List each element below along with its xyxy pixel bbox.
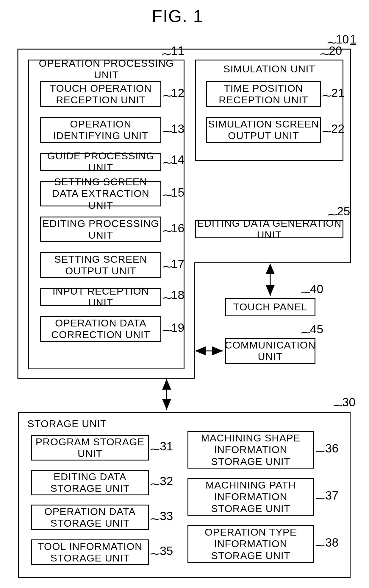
ref-16: 16: [171, 222, 185, 235]
ref-19: 19: [171, 321, 185, 335]
tilde-36: [315, 444, 324, 457]
label-17: SETTING SCREEN OUTPUT UNIT: [40, 252, 161, 278]
label-12: TOUCH OPERATION RECEPTION UNIT: [40, 81, 161, 107]
ref-18: 18: [171, 288, 185, 302]
label-33: OPERATION DATA STORAGE UNIT: [31, 505, 149, 530]
diagram-canvas: FIG. 1 1 10 OPERATION PROCESSING UNIT 11…: [0, 0, 369, 588]
label-20: SIMULATION UNIT: [195, 63, 343, 76]
tilde-11: [162, 47, 171, 60]
label-37: MACHINING PATH INFORMATION STORAGE UNIT: [187, 478, 314, 516]
ref-14: 14: [171, 153, 185, 167]
label-45: COMMUNICATION UNIT: [225, 338, 315, 364]
tilde-20: [320, 47, 329, 60]
label-31: PROGRAM STORAGE UNIT: [31, 435, 149, 461]
ref-11: 11: [171, 44, 185, 57]
tilde-13: [163, 125, 172, 137]
ref-21: 21: [331, 86, 345, 100]
tilde-40: [301, 285, 310, 298]
tilde-12: [163, 89, 172, 101]
ref-37: 37: [325, 489, 339, 502]
ref-45: 45: [310, 323, 323, 336]
label-13: OPERATION IDENTIFYING UNIT: [40, 117, 161, 143]
ref-22: 22: [331, 122, 345, 136]
ref-20: 20: [329, 44, 342, 57]
tilde-21: [322, 89, 331, 101]
tilde-14: [163, 156, 172, 168]
label-19: OPERATION DATA CORRECTION UNIT: [40, 316, 161, 342]
ref-35: 35: [160, 544, 173, 558]
label-40: TOUCH PANEL: [225, 298, 315, 316]
ref-36: 36: [325, 442, 339, 455]
ref-25: 25: [337, 205, 350, 218]
ref-32: 32: [160, 475, 173, 488]
ref-33: 33: [160, 509, 173, 523]
label-21: TIME POSITION RECEPTION UNIT: [206, 81, 321, 107]
tilde-30: [333, 399, 342, 411]
label-30: STORAGE UNIT: [27, 418, 107, 430]
label-35: TOOL INFORMATION STORAGE UNIT: [31, 539, 149, 565]
tilde-35: [150, 547, 159, 559]
tilde-16: [163, 224, 172, 237]
ref-40: 40: [310, 282, 323, 296]
label-25: EDITING DATA GENERATION UNIT: [195, 220, 343, 238]
tilde-15: [163, 188, 172, 201]
label-22: SIMULATION SCREEN OUTPUT UNIT: [206, 117, 321, 143]
label-15: SETTING SCREEN DATA EXTRACTION UNIT: [40, 181, 161, 206]
tilde-25: [328, 208, 337, 220]
tilde-18: [163, 291, 172, 304]
tilde-17: [163, 260, 172, 272]
label-32: EDITING DATA STORAGE UNIT: [31, 470, 149, 495]
tilde-38: [315, 539, 324, 551]
ref-15: 15: [171, 186, 185, 199]
tilde-19: [163, 323, 172, 336]
ref-17: 17: [171, 257, 185, 271]
label-18: INPUT RECEPTION UNIT: [40, 288, 161, 306]
tilde-22: [322, 125, 331, 137]
tilde-31: [150, 442, 159, 455]
tilde-37: [315, 491, 324, 504]
ref-30: 30: [342, 396, 356, 409]
label-11: OPERATION PROCESSING UNIT: [28, 63, 185, 76]
label-14: GUIDE PROCESSING UNIT: [40, 153, 161, 171]
label-36: MACHINING SHAPE INFORMATION STORAGE UNIT: [187, 431, 314, 469]
label-38: OPERATION TYPE INFORMATION STORAGE UNIT: [187, 525, 314, 563]
ref-12: 12: [171, 86, 185, 100]
tilde-45: [301, 326, 310, 338]
tilde-33: [150, 512, 159, 525]
label-16: EDITING PROCESSING UNIT: [40, 217, 161, 242]
tilde-32: [150, 477, 159, 490]
ref-31: 31: [160, 440, 173, 453]
ref-38: 38: [325, 536, 339, 549]
ref-13: 13: [171, 122, 185, 136]
